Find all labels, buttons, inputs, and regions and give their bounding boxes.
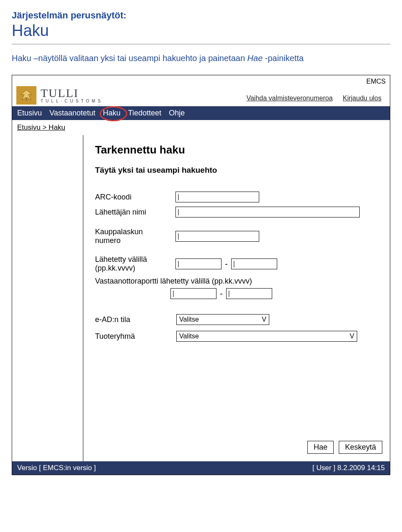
select-product-group-value: Valitse [179, 332, 199, 340]
dash-receipt: - [220, 289, 223, 299]
label-invoice: Kauppalaskun numero [95, 228, 170, 245]
select-ead-state-value: Valitse [179, 316, 199, 323]
title-divider [12, 44, 390, 44]
left-sidebar [12, 135, 83, 461]
nav-ohje[interactable]: Ohje [169, 109, 185, 118]
input-receipt-from[interactable]: | [170, 288, 216, 299]
select-product-group[interactable]: Valitse V [176, 331, 357, 342]
logo-main-text: TULLI [41, 87, 103, 99]
tulli-logo-icon [16, 86, 36, 105]
intro-italic: Hae [247, 54, 263, 63]
input-sent-to[interactable]: | [231, 258, 277, 269]
nav-haku[interactable]: Haku [103, 109, 121, 117]
input-receipt-to[interactable]: | [226, 288, 272, 299]
input-sent-from[interactable]: | [175, 258, 222, 269]
intro-text: Haku –näytöllä valitaan yksi tai useampi… [12, 54, 390, 63]
select-ead-state[interactable]: Valitse V [176, 314, 269, 325]
intro-after: -painiketta [263, 54, 304, 63]
intro-plain: Haku –näytöllä valitaan yksi tai useampi… [12, 54, 247, 63]
label-sent-between: Lähetetty välillä (pp.kk.vvvv) [95, 255, 170, 273]
label-ead-state: e-AD:n tila [95, 315, 170, 324]
link-change-tax-number[interactable]: Vaihda valmisteveronumeroa [246, 95, 332, 102]
cancel-button[interactable]: Keskeytä [339, 441, 382, 454]
page-pretitle: Järjestelmän perusnäytöt: [12, 10, 390, 21]
main-nav: Etusivu Vastaanotetut Haku Tiedotteet Oh… [12, 106, 390, 120]
app-window: EMCS TULLI TULL·CUSTOMS Vaihda valmistev… [12, 75, 390, 475]
system-label: EMCS [366, 78, 386, 85]
input-arc[interactable]: | [175, 192, 259, 202]
section-subtitle: Täytä yksi tai useampi hakuehto [95, 166, 381, 175]
label-receipt-between: Vastaanottoraportti lähetetty välillä (p… [95, 277, 381, 286]
link-logout[interactable]: Kirjaudu ulos [343, 95, 382, 102]
main-content: Tarkennettu haku Täytä yksi tai useampi … [83, 135, 390, 461]
nav-vastaanotetut[interactable]: Vastaanotetut [49, 109, 95, 118]
breadcrumb[interactable]: Etusivu > Haku [12, 120, 390, 135]
footer-user: [ User ] 8.2.2009 14:15 [312, 464, 385, 472]
input-sender-name[interactable]: | [175, 207, 360, 217]
label-sender: Lähettäjän nimi [95, 208, 170, 217]
search-button[interactable]: Hae [307, 441, 334, 454]
logo-sub-text: TULL·CUSTOMS [41, 99, 103, 103]
input-invoice-number[interactable]: | [175, 231, 259, 242]
nav-tiedotteet[interactable]: Tiedotteet [128, 109, 161, 118]
chevron-down-icon: V [350, 332, 354, 340]
chevron-down-icon: V [262, 316, 266, 323]
section-title: Tarkennettu haku [95, 143, 381, 156]
logo-glyph [19, 89, 34, 102]
label-arc: ARC-koodi [95, 193, 170, 202]
footer-version: Versio [ EMCS:in versio ] [17, 464, 96, 472]
label-product-group: Tuoteryhmä [95, 332, 170, 341]
page-title: Haku [12, 22, 390, 40]
nav-etusivu[interactable]: Etusivu [17, 109, 42, 118]
dash-sent: - [225, 259, 228, 269]
footer-bar: Versio [ EMCS:in versio ] [ User ] 8.2.2… [12, 461, 390, 475]
